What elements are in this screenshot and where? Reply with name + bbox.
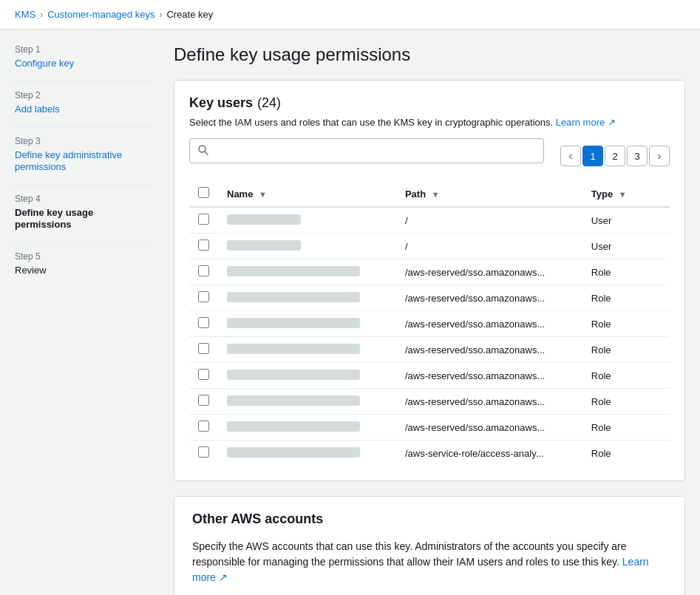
col-header-path[interactable]: Path ▼ — [396, 181, 582, 207]
pagination-prev-arrow[interactable]: ‹ — [560, 146, 581, 166]
other-accounts-title: Other AWS accounts — [192, 511, 667, 527]
key-users-title: Key users — [189, 95, 253, 111]
step-4-label: Step 4 — [15, 194, 152, 204]
table-row: /aws-reserved/sso.amazonaws...Role — [189, 389, 670, 415]
row-checkbox[interactable] — [198, 317, 209, 328]
breadcrumb-customer-managed-keys[interactable]: Customer-managed keys — [47, 9, 154, 20]
row-checkbox[interactable] — [198, 421, 209, 432]
row-name-cell — [218, 285, 396, 311]
row-path-cell: /aws-reserved/sso.amazonaws... — [396, 389, 582, 415]
row-name-skeleton — [227, 447, 360, 458]
key-users-card: Key users (24) Select the IAM users and … — [174, 80, 685, 481]
row-type-cell: Role — [582, 311, 670, 337]
row-checkbox[interactable] — [198, 239, 209, 251]
row-checkbox[interactable] — [198, 214, 209, 225]
step-3-admin-permissions[interactable]: Define key administrative permissions — [15, 149, 122, 172]
row-checkbox-cell — [189, 207, 218, 234]
row-name-skeleton — [227, 214, 301, 225]
key-users-learn-more[interactable]: Learn more ↗ — [556, 117, 616, 128]
step-2-label: Step 2 — [15, 90, 152, 101]
row-name-skeleton — [227, 292, 360, 302]
external-link-icon: ↗ — [608, 117, 616, 128]
row-path-cell: /aws-reserved/sso.amazonaws... — [396, 337, 582, 363]
row-checkbox[interactable] — [198, 369, 209, 380]
row-path-cell: /aws-reserved/sso.amazonaws... — [396, 311, 582, 337]
path-sort-icon: ▼ — [432, 190, 440, 199]
row-checkbox-cell — [189, 415, 218, 441]
table-row: /aws-reserved/sso.amazonaws...Role — [189, 259, 670, 285]
breadcrumb-kms[interactable]: KMS — [15, 9, 35, 20]
row-name-skeleton — [227, 395, 360, 406]
sidebar: Step 1 Configure key Step 2 Add labels S… — [15, 44, 152, 595]
row-checkbox[interactable] — [198, 291, 209, 302]
row-type-cell: Role — [582, 389, 670, 415]
row-path-cell: /aws-reserved/sso.amazonaws... — [396, 285, 582, 311]
row-name-skeleton — [227, 421, 360, 432]
row-name-skeleton — [227, 266, 360, 276]
step-1-configure-key[interactable]: Configure key — [15, 58, 74, 69]
row-checkbox-cell — [189, 259, 218, 285]
other-accounts-card: Other AWS accounts Specify the AWS accou… — [174, 496, 685, 595]
row-type-cell: Role — [582, 363, 670, 389]
key-users-header: Key users (24) — [189, 95, 670, 111]
row-name-skeleton — [227, 370, 360, 380]
breadcrumb: KMS › Customer-managed keys › Create key — [0, 0, 700, 30]
row-name-cell — [218, 311, 396, 337]
step-2-item: Step 2 Add labels — [15, 90, 152, 127]
search-bar[interactable] — [189, 138, 544, 163]
row-checkbox[interactable] — [198, 343, 209, 354]
row-checkbox-cell — [189, 311, 218, 337]
col-header-checkbox — [189, 181, 218, 207]
breadcrumb-sep-1: › — [40, 10, 43, 20]
row-name-cell — [218, 363, 396, 389]
type-sort-icon: ▼ — [619, 190, 627, 199]
step-2-add-labels[interactable]: Add labels — [15, 103, 60, 115]
row-checkbox[interactable] — [198, 446, 209, 458]
row-checkbox-cell — [189, 234, 218, 259]
other-accounts-external-icon: ↗ — [219, 571, 228, 583]
row-checkbox[interactable] — [198, 265, 209, 276]
search-icon — [197, 144, 209, 158]
content-area: Define key usage permissions Key users (… — [174, 44, 685, 595]
row-name-skeleton — [227, 240, 301, 251]
col-header-name[interactable]: Name ▼ — [218, 181, 396, 207]
table-header-row: ‹ 1 2 3 › — [189, 138, 670, 174]
pagination-page-2[interactable]: 2 — [605, 146, 625, 166]
row-type-cell: User — [582, 234, 670, 259]
row-name-cell — [218, 207, 396, 234]
other-accounts-desc: Specify the AWS accounts that can use th… — [192, 539, 667, 585]
table-row: /aws-reserved/sso.amazonaws...Role — [189, 415, 670, 441]
breadcrumb-sep-2: › — [159, 10, 162, 20]
table-row: /aws-reserved/sso.amazonaws...Role — [189, 363, 670, 389]
col-header-type[interactable]: Type ▼ — [582, 181, 670, 207]
row-type-cell: User — [582, 207, 670, 234]
row-name-cell — [218, 259, 396, 285]
row-name-cell — [218, 337, 396, 363]
row-type-cell: Role — [582, 415, 670, 441]
row-path-cell: / — [396, 207, 582, 234]
row-type-cell: Role — [582, 285, 670, 311]
breadcrumb-current: Create key — [166, 9, 213, 20]
step-4-item: Step 4 Define key usage permissions — [15, 194, 152, 242]
row-path-cell: /aws-reserved/sso.amazonaws... — [396, 363, 582, 389]
row-name-cell — [218, 389, 396, 415]
select-all-checkbox[interactable] — [198, 187, 209, 198]
search-input[interactable] — [214, 145, 536, 157]
pagination-page-1[interactable]: 1 — [582, 146, 603, 166]
row-path-cell: /aws-reserved/sso.amazonaws... — [396, 259, 582, 285]
table-row: /aws-reserved/sso.amazonaws...Role — [189, 337, 670, 363]
row-checkbox[interactable] — [198, 395, 209, 406]
table-row: /aws-reserved/sso.amazonaws...Role — [189, 311, 670, 337]
page-title: Define key usage permissions — [174, 44, 685, 65]
pagination-page-3[interactable]: 3 — [627, 146, 648, 166]
step-4-usage-permissions: Define key usage permissions — [15, 207, 93, 230]
row-checkbox-cell — [189, 337, 218, 363]
key-users-table: Name ▼ Path ▼ Type ▼ /User/User/aws-rese… — [189, 181, 670, 466]
row-name-cell — [218, 415, 396, 441]
step-3-label: Step 3 — [15, 136, 152, 146]
row-path-cell: / — [396, 234, 582, 259]
key-users-count: (24) — [257, 95, 281, 111]
table-row: /aws-service-role/access-analy...Role — [189, 441, 670, 466]
pagination-next-arrow[interactable]: › — [649, 146, 670, 166]
step-3-item: Step 3 Define key administrative permiss… — [15, 136, 152, 185]
